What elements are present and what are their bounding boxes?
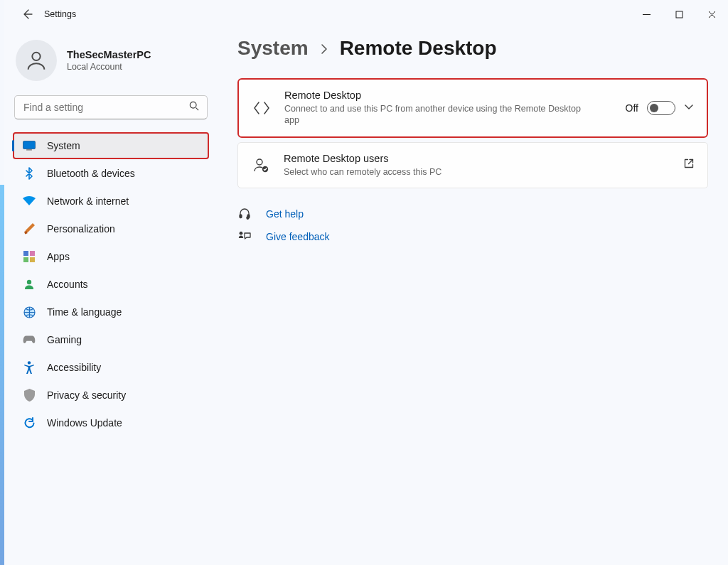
sidebar-item-apps[interactable]: Apps <box>13 243 209 270</box>
card-title: Remote Desktop users <box>284 153 670 164</box>
back-button[interactable] <box>13 0 41 28</box>
sidebar-item-label: Privacy & security <box>47 389 126 401</box>
nav-list: System Bluetooth & devices Network & int… <box>13 132 209 436</box>
feedback-icon <box>237 230 252 244</box>
user-block[interactable]: TheSecMasterPC Local Account <box>13 34 209 94</box>
svg-rect-6 <box>23 251 28 256</box>
shield-icon <box>23 389 36 402</box>
sidebar-item-label: Windows Update <box>47 417 122 429</box>
minimize-icon <box>643 11 651 18</box>
breadcrumb-parent[interactable]: System <box>237 37 309 60</box>
get-help-row: ? Get help <box>237 207 708 221</box>
svg-point-19 <box>240 232 243 235</box>
settings-window: Settings TheSecMasterPC Local Acco <box>4 0 728 565</box>
maximize-button[interactable] <box>663 0 695 28</box>
expand-button[interactable] <box>684 102 694 114</box>
sidebar-item-bluetooth[interactable]: Bluetooth & devices <box>13 160 209 187</box>
sidebar-item-label: Apps <box>47 251 70 262</box>
sidebar-item-accounts[interactable]: Accounts <box>13 271 209 298</box>
monitor-icon <box>23 139 36 152</box>
close-button[interactable] <box>695 0 728 28</box>
avatar <box>16 40 57 81</box>
remote-desktop-toggle[interactable] <box>647 101 675 115</box>
window-title: Settings <box>44 9 76 19</box>
window-body: TheSecMasterPC Local Account System <box>4 28 728 565</box>
accessibility-icon <box>23 361 36 374</box>
card-description: Connect to and use this PC from another … <box>284 103 583 127</box>
open-external-button[interactable] <box>683 158 695 172</box>
close-icon <box>708 11 716 18</box>
remote-desktop-card[interactable]: Remote Desktop Connect to and use this P… <box>237 78 708 138</box>
sidebar-item-label: Personalization <box>47 223 115 235</box>
breadcrumb-current: Remote Desktop <box>340 37 497 60</box>
svg-point-2 <box>190 102 196 108</box>
sidebar-item-update[interactable]: Windows Update <box>13 409 209 436</box>
card-title: Remote Desktop <box>284 90 613 101</box>
toggle-state-label: Off <box>626 102 638 114</box>
sidebar-item-system[interactable]: System <box>13 132 209 159</box>
card-text: Remote Desktop Connect to and use this P… <box>284 90 613 127</box>
globe-icon <box>23 306 36 318</box>
title-bar: Settings <box>4 0 728 28</box>
open-external-icon <box>683 158 695 169</box>
remote-desktop-icon <box>252 98 272 118</box>
svg-rect-8 <box>23 257 28 262</box>
user-avatar-icon <box>24 48 48 72</box>
sidebar-item-accessibility[interactable]: Accessibility <box>13 354 209 381</box>
sidebar-item-privacy[interactable]: Privacy & security <box>13 382 209 409</box>
person-icon <box>23 278 36 291</box>
svg-rect-4 <box>26 149 32 150</box>
brush-icon <box>23 222 36 235</box>
sidebar-item-label: Bluetooth & devices <box>47 168 135 179</box>
toggle-knob <box>650 104 658 112</box>
chevron-right-icon <box>320 42 328 58</box>
svg-text:?: ? <box>247 217 249 220</box>
get-help-link[interactable]: Get help <box>266 208 304 220</box>
svg-rect-15 <box>240 215 242 218</box>
user-account-type: Local Account <box>67 62 151 72</box>
sidebar: TheSecMasterPC Local Account System <box>4 34 218 565</box>
card-description: Select who can remotely access this PC <box>284 166 582 178</box>
sidebar-item-label: Accessibility <box>47 362 101 373</box>
svg-point-12 <box>28 361 31 364</box>
svg-rect-3 <box>23 141 36 149</box>
main-content: System Remote Desktop Remote Desktop Con… <box>218 34 728 565</box>
minimize-button[interactable] <box>630 0 663 28</box>
svg-rect-0 <box>676 11 682 18</box>
users-check-icon <box>251 155 271 175</box>
give-feedback-row: Give feedback <box>237 230 708 244</box>
svg-rect-7 <box>30 251 35 256</box>
chevron-down-icon <box>684 102 694 112</box>
search-box <box>14 95 208 119</box>
window-controls <box>630 0 728 28</box>
sidebar-item-time[interactable]: Time & language <box>13 298 209 325</box>
maximize-icon <box>675 11 683 18</box>
help-headset-icon: ? <box>237 207 252 221</box>
sidebar-item-gaming[interactable]: Gaming <box>13 326 209 353</box>
sidebar-item-personalization[interactable]: Personalization <box>13 215 209 242</box>
card-actions <box>683 158 695 172</box>
sidebar-item-network[interactable]: Network & internet <box>13 188 209 215</box>
user-name: TheSecMasterPC <box>67 49 151 60</box>
svg-rect-9 <box>30 257 35 262</box>
give-feedback-link[interactable]: Give feedback <box>266 231 330 242</box>
gamepad-icon <box>23 333 36 346</box>
help-links: ? Get help Give feedback <box>237 207 708 244</box>
search-input[interactable] <box>14 95 208 119</box>
sidebar-item-label: Gaming <box>47 334 82 345</box>
sidebar-item-label: Network & internet <box>47 195 129 207</box>
svg-point-10 <box>27 280 31 284</box>
bluetooth-icon <box>23 167 36 180</box>
sidebar-item-label: Time & language <box>47 306 122 318</box>
search-icon <box>189 101 199 114</box>
card-text: Remote Desktop users Select who can remo… <box>284 153 670 178</box>
apps-icon <box>23 250 36 263</box>
wifi-icon <box>23 195 36 208</box>
remote-desktop-users-card[interactable]: Remote Desktop users Select who can remo… <box>237 142 708 188</box>
sidebar-item-label: System <box>47 140 80 151</box>
svg-point-13 <box>257 159 262 165</box>
user-text: TheSecMasterPC Local Account <box>67 49 151 72</box>
sidebar-item-label: Accounts <box>47 279 88 290</box>
update-icon <box>23 416 36 429</box>
arrow-left-icon <box>21 9 33 20</box>
